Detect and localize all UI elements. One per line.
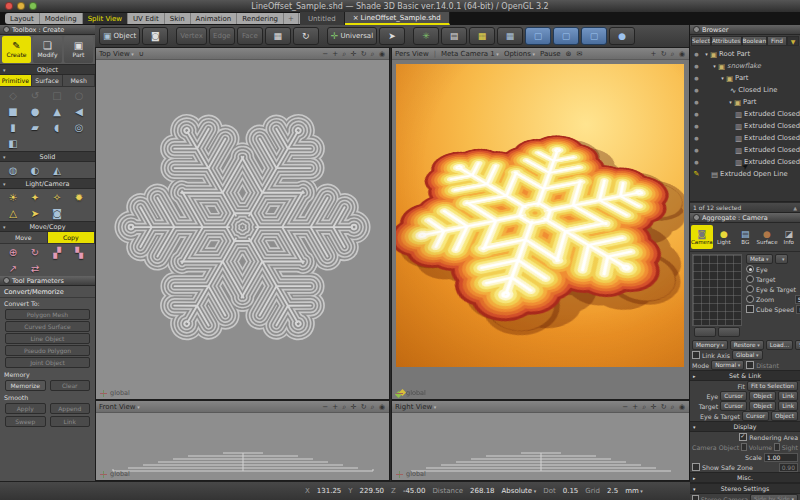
cube-tool-icon[interactable]: ◧	[2, 135, 24, 151]
tree-row-snowflake[interactable]: ● ▾ ▣ snowflake	[690, 60, 800, 72]
tab-layout[interactable]: Layout	[5, 13, 40, 24]
visibility-dot[interactable]: ●	[690, 159, 703, 165]
eye-target-object-button[interactable]: Object	[771, 411, 798, 421]
sphere-tool-icon[interactable]: ●	[24, 103, 46, 119]
tree-row-extruded-closed-4[interactable]: ● ▥ Extruded Closed	[690, 144, 800, 156]
browser-header[interactable]: Browser	[690, 25, 800, 35]
visibility-dot[interactable]: ●	[690, 75, 703, 81]
tab-copy[interactable]: Copy	[48, 232, 96, 243]
tree-row-part[interactable]: ● ▾ ▣ Part	[690, 72, 800, 84]
target-radio[interactable]	[746, 275, 754, 283]
scale-field[interactable]: 1.00	[764, 453, 798, 462]
tab-animation[interactable]: Animation	[191, 13, 238, 24]
modify-mode-button[interactable]: ❏ Modify	[33, 36, 62, 63]
zoom-value-field[interactable]: 50.0	[795, 295, 800, 304]
mode-dropdown[interactable]: Normal	[711, 360, 744, 370]
distant-light-tool-icon[interactable]: ➤	[24, 205, 46, 221]
magnet-icon[interactable]: ∪	[139, 50, 144, 58]
aggregate-tab-info[interactable]: ◪ Info	[779, 225, 799, 249]
layout-view-button[interactable]: ▢	[581, 27, 607, 45]
rotate-view-button[interactable]: ↻	[293, 27, 319, 45]
tab-surface[interactable]: Surface	[32, 75, 64, 86]
axis-display-button[interactable]: ✳	[413, 27, 439, 45]
tool-parameters-header[interactable]: Tool Parameters	[0, 276, 95, 286]
visibility-dot[interactable]: ●	[690, 63, 703, 69]
front-view-title[interactable]: Front View	[99, 403, 140, 411]
meta-sub-dropdown[interactable]	[775, 254, 789, 264]
light-camera-section-header[interactable]: ▾ Light/Camera	[0, 178, 95, 189]
polygon-tool-icon[interactable]: ◇	[2, 87, 24, 103]
tree-row-extruded-closed-2[interactable]: ● ▥ Extruded Closed	[690, 120, 800, 132]
tab-move[interactable]: Move	[0, 232, 48, 243]
face-mode-button[interactable]: Face	[237, 27, 263, 45]
aggregate-tab-camera[interactable]: ◙ Camera	[691, 225, 713, 249]
scale-tool-icon[interactable]: ▞	[46, 244, 68, 260]
expander-icon[interactable]: ▾	[703, 51, 710, 57]
zoom-window-button[interactable]	[29, 2, 37, 10]
tree-row-part2[interactable]: ● ▾ ▣ Part	[690, 96, 800, 108]
collapse-arrow-icon[interactable]: ▲	[793, 205, 797, 211]
coordinate-mode-dropdown[interactable]: Absolute	[502, 487, 537, 495]
memorize-button[interactable]: Memorize	[5, 380, 46, 391]
meta-dropdown[interactable]: Meta	[746, 254, 773, 264]
load-button[interactable]: Load...	[766, 340, 793, 350]
tab-split-view[interactable]: Split View	[83, 13, 128, 24]
convert-pseudo-polygon-button[interactable]: Pseudo Polygon	[5, 345, 90, 356]
move-copy-section-header[interactable]: ▾ Move/Copy	[0, 221, 95, 232]
cube-speed-field[interactable]: Fast	[796, 305, 800, 314]
stereo-camera-checkbox[interactable]	[692, 495, 699, 500]
smooth-apply-button[interactable]: Apply	[5, 403, 46, 414]
target-link-button[interactable]: Link	[778, 401, 798, 411]
camera-trackball[interactable]	[692, 254, 742, 326]
tree-row-extruded-closed-1[interactable]: ● ▥ Extruded Closed	[690, 108, 800, 120]
visibility-dot[interactable]: ●	[690, 135, 703, 141]
filter-funnel-icon[interactable]: ▼	[787, 36, 799, 46]
object-section-header[interactable]: ▾ Object	[0, 64, 95, 75]
torus-tool-icon[interactable]: ◎	[68, 119, 90, 135]
shading-mode-button[interactable]: ●	[609, 27, 635, 45]
solid-section-header[interactable]: ▾ Solid	[0, 151, 95, 162]
expander-icon[interactable]: ▾	[727, 99, 734, 105]
cube-speed-checkbox[interactable]	[746, 305, 754, 313]
tree-row-closed-line[interactable]: ● ∿ Closed Line	[690, 84, 800, 96]
comment-icon[interactable]: ✉	[576, 50, 582, 58]
right-view-title[interactable]: Right View	[395, 403, 436, 411]
marquee-select-button[interactable]: ▦	[265, 27, 291, 45]
visibility-dot[interactable]: ●	[690, 123, 703, 129]
part-mode-button[interactable]: ▣ Part	[64, 36, 93, 63]
cylinder-tool-icon[interactable]: ▮	[2, 119, 24, 135]
tab-rendering[interactable]: Rendering	[237, 13, 284, 24]
minimize-window-button[interactable]	[17, 2, 25, 10]
point-light-tool-icon[interactable]: ☀	[2, 189, 24, 205]
eye-cursor-button[interactable]: Cursor	[720, 391, 747, 401]
object-mode-button[interactable]: ▣ Object	[99, 27, 140, 45]
browser-tab-find[interactable]: Find	[767, 36, 787, 46]
toolbox-header[interactable]: Toolbox : Create	[0, 25, 95, 35]
eye-link-button[interactable]: Link	[778, 391, 798, 401]
vertex-mode-button[interactable]: Vertex	[176, 27, 207, 45]
grid-snap-button[interactable]: ▦	[469, 27, 495, 45]
convert-line-object-button[interactable]: Line Object	[5, 333, 90, 344]
solid-half-tool-icon[interactable]: ◐	[24, 162, 46, 178]
aggregate-tab-surface[interactable]: ● Surface	[757, 225, 778, 249]
gear-icon[interactable]: ⊛	[566, 50, 572, 58]
spotlight-tool-icon[interactable]: ✦	[24, 189, 46, 205]
pick-tool-button[interactable]: ➤	[379, 27, 405, 45]
safe-zone-field[interactable]: 0.90	[779, 463, 798, 472]
smooth-sweep-button[interactable]: Sweep	[5, 416, 46, 427]
doc-tab-untitled[interactable]: Untitled	[300, 12, 345, 25]
stereo-mode-dropdown[interactable]: Side by Side	[750, 494, 798, 500]
display-section-header[interactable]: ▾ Display	[690, 421, 800, 432]
pers-view-title[interactable]: Pers View	[395, 50, 429, 58]
quad-view-button[interactable]: ▢	[553, 27, 579, 45]
tab-uv-edit[interactable]: UV Edit	[128, 13, 165, 24]
close-doc-icon[interactable]: ×	[353, 14, 359, 22]
top-view-controls[interactable]: − + ⌕ ✛ ↻ ⌕ ◉	[322, 50, 386, 58]
browser-tab-attributes[interactable]: Attributes	[711, 36, 742, 46]
translate-tool-icon[interactable]: ⊕	[2, 244, 24, 260]
convert-curved-surface-button[interactable]: Curved Surface	[5, 321, 90, 332]
rotate-tool-icon[interactable]: ↻	[24, 244, 46, 260]
visibility-dot[interactable]: ●	[690, 99, 703, 105]
restore-button[interactable]: Restore	[730, 340, 764, 350]
convert-polygon-mesh-button[interactable]: Polygon Mesh	[5, 309, 90, 320]
